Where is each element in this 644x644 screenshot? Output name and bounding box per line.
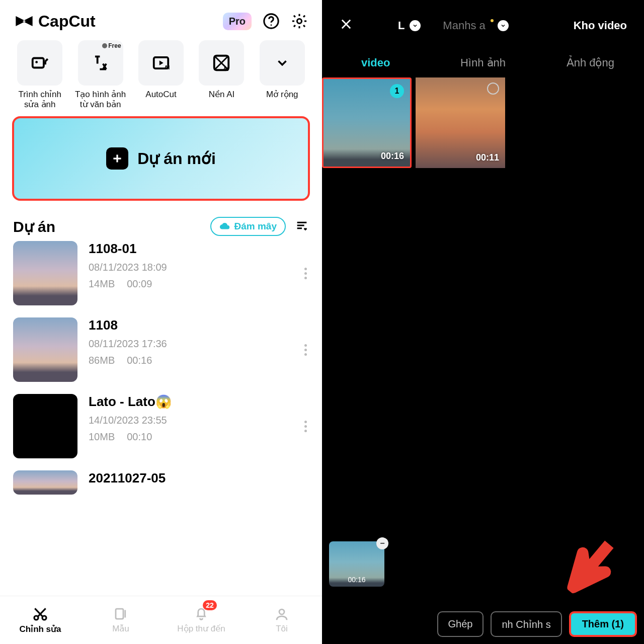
projects-list: 1108-01 08/11/2023 18:09 14MB00:09 1108 … — [0, 241, 322, 495]
tab-gif[interactable]: Ảnh động — [537, 56, 644, 69]
brand-logo: CapCut — [14, 11, 96, 31]
project-thumb — [13, 241, 77, 305]
svg-point-12 — [279, 609, 284, 614]
tool-expand[interactable]: Mở rộng — [255, 40, 310, 109]
tool-autocut[interactable]: AI AutoCut — [133, 40, 189, 109]
autocut-icon: AI — [151, 53, 171, 72]
settings-icon[interactable] — [291, 13, 308, 30]
selection-ring — [487, 83, 499, 95]
inbox-badge: 22 — [203, 600, 217, 610]
svg-text:AI: AI — [223, 66, 229, 72]
plus-icon — [106, 147, 128, 170]
media-item[interactable]: 00:11 — [416, 77, 505, 168]
svg-rect-11 — [116, 609, 123, 619]
templates-icon — [113, 606, 128, 621]
projects-title: Dự án — [13, 218, 55, 235]
selected-tray-item[interactable]: − 00:16 — [329, 541, 384, 587]
add-button[interactable]: Thêm (1) — [569, 611, 637, 637]
merge-button[interactable]: Ghép — [437, 611, 484, 637]
sort-icon[interactable] — [295, 218, 309, 234]
header-actions: Pro — [223, 13, 308, 30]
selection-badge: 1 — [390, 84, 404, 98]
help-icon[interactable] — [263, 13, 280, 30]
project-thumb — [13, 394, 77, 458]
nav-inbox[interactable]: 22 Hộp thư đến — [161, 596, 242, 644]
media-picker-screen: L Manhs a Kho video video Hình ảnh Ảnh đ… — [322, 0, 644, 644]
ai-background-icon: AI — [212, 53, 231, 72]
bottom-nav: Chỉnh sửa Mẫu 22 Hộp thư đến Tôi — [0, 596, 322, 644]
annotation-arrow-icon — [547, 523, 633, 610]
media-duration: 00:16 — [381, 151, 404, 162]
tools-row: Trình chỉnh sửa ảnh Free Tạo hình ảnh từ… — [0, 40, 322, 109]
more-icon[interactable] — [304, 421, 309, 432]
project-item[interactable]: 20211027-05 — [13, 470, 309, 495]
project-thumb — [13, 470, 77, 495]
more-icon[interactable] — [304, 344, 309, 356]
svg-rect-3 — [33, 58, 44, 68]
nav-me[interactable]: Tôi — [242, 596, 322, 644]
tab-video[interactable]: video — [322, 56, 429, 69]
tool-text-to-image[interactable]: Free Tạo hình ảnh từ văn bản — [72, 40, 128, 109]
tray-duration: 00:16 — [348, 576, 365, 584]
project-item[interactable]: 1108 08/11/2023 17:36 86MB00:16 — [13, 317, 309, 382]
svg-point-4 — [35, 61, 38, 63]
cloud-icon — [219, 221, 230, 232]
media-tabs: video Hình ảnh Ảnh động — [322, 48, 644, 77]
cloud-button[interactable]: Đám mây — [210, 217, 286, 236]
tool-photo-editor[interactable]: Trình chỉnh sửa ảnh — [12, 40, 67, 109]
new-project-label: Dự án mới — [137, 149, 216, 168]
close-icon[interactable] — [339, 17, 353, 34]
notification-dot — [491, 19, 494, 22]
svg-text:AI: AI — [164, 64, 170, 70]
remove-icon[interactable]: − — [376, 537, 388, 549]
video-store-link[interactable]: Kho video — [574, 19, 627, 32]
pro-badge[interactable]: Pro — [223, 13, 252, 30]
tab-image[interactable]: Hình ảnh — [429, 56, 536, 69]
svg-point-9 — [34, 616, 38, 620]
svg-point-2 — [297, 19, 301, 23]
capcut-home-screen: CapCut Pro Trình chỉnh sửa ảnh Free Tạo … — [0, 0, 322, 644]
chevron-down-icon — [498, 20, 509, 31]
svg-point-1 — [271, 24, 272, 26]
right-header: L Manhs a Kho video — [322, 0, 644, 48]
project-thumb — [13, 317, 77, 382]
brand-name: CapCut — [38, 12, 96, 31]
media-grid: 1 00:16 00:11 — [322, 77, 644, 168]
chevron-down-icon — [410, 20, 421, 31]
album-selector-2[interactable]: Manhs a — [443, 19, 508, 32]
tool-ai-background[interactable]: AI Nền AI — [194, 40, 249, 109]
new-project-button[interactable]: Dự án mới — [12, 116, 310, 201]
media-item[interactable]: 1 00:16 — [322, 77, 412, 168]
chevron-down-icon — [275, 55, 290, 70]
capcut-logo-icon — [14, 11, 34, 31]
text-to-image-icon — [91, 53, 110, 72]
project-item[interactable]: 1108-01 08/11/2023 18:09 14MB00:09 — [13, 241, 309, 305]
left-header: CapCut Pro — [0, 0, 322, 40]
projects-header: Dự án Đám mây — [0, 213, 322, 241]
photo-edit-icon — [30, 53, 49, 72]
project-item[interactable]: Lato - Lato😱 14/10/2023 23:55 10MB00:10 — [13, 394, 309, 458]
svg-point-10 — [42, 616, 46, 620]
nav-templates[interactable]: Mẫu — [80, 596, 161, 644]
nav-edit[interactable]: Chỉnh sửa — [0, 596, 80, 644]
free-tag: Free — [102, 42, 121, 49]
person-icon — [274, 607, 289, 622]
scissors-icon — [32, 606, 48, 622]
edit-button[interactable]: nh Chỉnh s — [491, 611, 561, 637]
album-selector-1[interactable]: L — [398, 19, 421, 32]
media-duration: 00:11 — [476, 152, 499, 163]
right-actions: Ghép nh Chỉnh s Thêm (1) — [322, 611, 644, 637]
more-icon[interactable] — [304, 268, 309, 279]
